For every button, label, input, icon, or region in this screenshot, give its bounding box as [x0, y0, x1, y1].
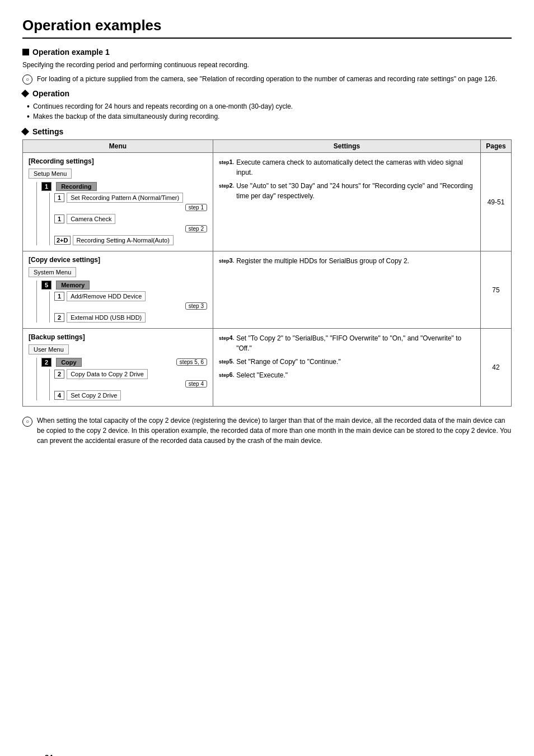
menu-cell-1: [Recording settings] Setup Menu 1 Record…: [23, 153, 213, 251]
pages-cell-2: 75: [481, 251, 512, 329]
diamond-icon-2: [21, 128, 29, 136]
black-square-icon: [22, 49, 29, 55]
step2-badge: step 2: [185, 225, 207, 232]
settings-step-1-2: step2. Use "Auto" to set "30 Day" and "2…: [219, 181, 475, 201]
sub-label-3-1: Copy Data to Copy 2 Drive: [67, 369, 148, 379]
step-label-1-1: step1.: [219, 157, 234, 178]
menu-label-3: Copy: [56, 358, 82, 367]
sub-num-3-2: 4: [54, 391, 64, 400]
level1-row-1: 1 Recording: [41, 182, 207, 191]
step1-badge: step 1: [185, 204, 207, 211]
steps56-badge: steps 5, 6: [176, 358, 207, 366]
menu-num-2: 5: [41, 281, 51, 290]
settings-step-3-1: step4. Set "To Copy 2" to "SerialBus," "…: [219, 333, 475, 353]
settings-text-3-3: Select "Execute.": [236, 370, 288, 380]
menu-section-title-2: [Copy device settings]: [29, 256, 207, 264]
sub-item-2-2: 2 External HDD (USB HDD): [54, 312, 207, 323]
menu-cell-2: [Copy device settings] System Menu 5 Mem…: [23, 251, 213, 329]
sub-label-3-2: Set Copy 2 Drive: [67, 390, 121, 400]
table-row: [Recording settings] Setup Menu 1 Record…: [23, 153, 512, 251]
settings-text-3-1: Set "To Copy 2" to "SerialBus," "FIFO Ov…: [236, 333, 475, 353]
step-label-3-2: step5.: [219, 357, 234, 367]
sub-num-2-2: 2: [54, 313, 64, 322]
bullet-1: Execute camera check to automatically de…: [27, 101, 512, 111]
note-circle-icon: ○: [22, 74, 32, 85]
table-row: [Copy device settings] System Menu 5 Mem…: [23, 251, 512, 329]
step1-badge-wrapper: step 1: [54, 204, 207, 212]
description: Specifying the recording period and perf…: [22, 60, 512, 70]
col-menu-header: Menu: [23, 140, 213, 153]
col-settings-header: Settings: [213, 140, 481, 153]
step2-badge-wrapper: step 2: [54, 225, 207, 233]
sub-num-1-3: 2+D: [54, 236, 71, 245]
sub-item-1-3: 2+D Recording Setting A-Normal(Auto): [54, 235, 207, 245]
menu-section-title-3: [Backup settings]: [29, 333, 207, 341]
settings-cell-2: step3. Register the multiple HDDs for Se…: [213, 251, 481, 329]
table-row: [Backup settings] User Menu 2 Copy steps: [23, 329, 512, 407]
menu-top-item-2: System Menu: [29, 267, 76, 277]
bottom-note-text: When setting the total capacity of the c…: [37, 416, 512, 446]
step4-badge-wrapper: step 4: [54, 380, 207, 388]
menu-label-1: Recording: [56, 182, 96, 191]
settings-text-1-1: Execute camera check to automatically de…: [236, 157, 475, 178]
step3-badge: step 3: [185, 302, 207, 310]
menu-sub-indent-2: 1 Add/Remove HDD Device step 3 2 Externa…: [49, 291, 207, 323]
step-label-3-3: step6.: [219, 370, 234, 380]
pages-cell-1: 49-51: [481, 153, 512, 251]
menu-indent-2: 5 Memory 1 Add/Remove HDD Device: [36, 281, 207, 323]
menu-num-3: 2: [41, 358, 51, 367]
step-label-2-1: step3.: [219, 256, 234, 266]
sub-label-1-3: Recording Setting A-Normal(Auto): [73, 235, 174, 245]
menu-label-2: Memory: [56, 281, 90, 290]
sub-label-2-1: Add/Remove HDD Device: [67, 291, 146, 301]
operation-heading: Operation: [22, 89, 512, 98]
main-table: Menu Settings Pages [Recording settings]…: [22, 139, 512, 407]
level1-row-3: 2 Copy: [41, 358, 82, 367]
sub-label-1-1: Set Recording Pattern A (Normal/Timer): [67, 193, 183, 203]
diamond-icon: [21, 90, 29, 97]
sub-item-1-1: 1 Set Recording Pattern A (Normal/Timer): [54, 193, 207, 203]
settings-step-2-1: step3. Register the multiple HDDs for Se…: [219, 256, 475, 266]
step-label-3-1: step4.: [219, 333, 234, 353]
bullet-2: Makes the backup of the data simultaneou…: [27, 111, 512, 122]
menu-top-item-3: User Menu: [29, 344, 69, 354]
settings-step-1-1: step1. Execute camera check to automatic…: [219, 157, 475, 178]
col-pages-header: Pages: [481, 140, 512, 153]
bottom-note: ○ When setting the total capacity of the…: [22, 416, 512, 446]
settings-text-3-2: Set "Range of Copy" to "Continue.": [236, 357, 340, 367]
sub-num-1-1: 1: [54, 193, 64, 202]
pages-cell-3: 42: [481, 329, 512, 407]
settings-step-3-2: step5. Set "Range of Copy" to "Continue.…: [219, 357, 475, 367]
sub-num-1-2: 1: [54, 214, 64, 223]
level1-row-2: 5 Memory: [41, 281, 207, 290]
note-line: ○ For loading of a picture supplied from…: [22, 74, 512, 85]
sub-num-2-1: 1: [54, 292, 64, 301]
menu-num-1: 1: [41, 182, 51, 191]
menu-sub-indent-3: 2 Copy Data to Copy 2 Drive step 4 4 Set…: [49, 369, 207, 400]
page-number: 84: [45, 753, 53, 756]
settings-heading: Settings: [22, 127, 512, 136]
sub-item-2-1: 1 Add/Remove HDD Device: [54, 291, 207, 301]
page-title: Operation examples: [22, 17, 512, 39]
settings-cell-1: step1. Execute camera check to automatic…: [213, 153, 481, 251]
menu-indent-3: 2 Copy steps 5, 6 2 Copy Data to Copy 2 …: [36, 358, 207, 400]
step3-badge-wrapper: step 3: [54, 302, 207, 310]
menu-sub-indent-1: 1 Set Recording Pattern A (Normal/Timer)…: [49, 193, 207, 245]
sub-item-3-2: 4 Set Copy 2 Drive: [54, 390, 207, 400]
level1-row-3-wrapper: 2 Copy steps 5, 6: [41, 358, 207, 367]
bottom-note-icon: ○: [22, 417, 32, 427]
menu-section-title-1: [Recording settings]: [29, 157, 207, 165]
menu-indent-1: 1 Recording 1 Set Recording Pattern A (N…: [36, 182, 207, 245]
settings-text-1-2: Use "Auto" to set "30 Day" and "24 hours…: [236, 181, 475, 201]
sub-item-3-1: 2 Copy Data to Copy 2 Drive: [54, 369, 207, 379]
operation-example-heading: Operation example 1: [22, 48, 512, 57]
step4-badge: step 4: [185, 380, 207, 388]
step-label-1-2: step2.: [219, 181, 234, 201]
sub-item-1-2: 1 Camera Check: [54, 214, 207, 224]
menu-top-item-1: Setup Menu: [29, 169, 72, 179]
settings-step-3-3: step6. Select "Execute.": [219, 370, 475, 380]
settings-cell-3: step4. Set "To Copy 2" to "SerialBus," "…: [213, 329, 481, 407]
settings-text-2-1: Register the multiple HDDs for SerialBus…: [236, 256, 409, 266]
operation-bullets: Execute camera check to automatically de…: [22, 101, 512, 122]
menu-cell-3: [Backup settings] User Menu 2 Copy steps: [23, 329, 213, 407]
